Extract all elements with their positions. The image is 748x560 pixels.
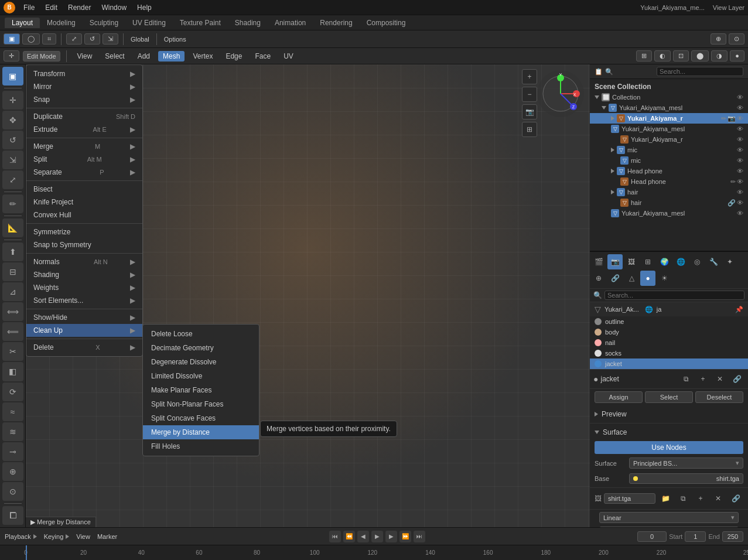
shear-tool[interactable]: ⧠ <box>2 506 23 525</box>
mat-outline[interactable]: outline <box>590 316 748 327</box>
marker-label[interactable]: Marker <box>97 533 117 540</box>
tab-sculpting[interactable]: Sculpting <box>83 18 125 28</box>
wireframe-btn[interactable]: ⊡ <box>673 50 689 62</box>
mat-socks[interactable]: socks <box>590 348 748 358</box>
zoom-in-btn[interactable]: + <box>522 69 537 84</box>
window-menu[interactable]: Window <box>97 2 131 13</box>
randomize-tool[interactable]: ≋ <box>2 422 23 441</box>
outliner-item-headphone[interactable]: ▽ Head phone 👁 <box>590 166 748 176</box>
circle-select-tool[interactable]: ◯ <box>22 33 40 45</box>
zoom-out-btn[interactable]: − <box>522 87 537 102</box>
mesh-knife-project-item[interactable]: Knife Project <box>26 196 142 209</box>
yukari-mesl2-eye[interactable]: 👁 <box>737 125 743 132</box>
outliner-item-hair2[interactable]: ▽ hair 🔗 👁 <box>590 197 748 208</box>
tex-unlink-btn[interactable]: 🔗 <box>728 491 743 506</box>
cleanup-delete-loose[interactable]: Delete Loose <box>143 327 259 341</box>
tex-copy-btn[interactable]: ⧉ <box>675 491 691 506</box>
mat-link-btn[interactable]: 🔗 <box>729 371 744 387</box>
outliner-item-yukari-r[interactable]: ▽ Yukari_Akiyama_r ✏ 📷 👁 <box>590 113 748 124</box>
prev-frame-btn[interactable]: ◀ <box>357 531 369 542</box>
tab-texture-paint[interactable]: Texture Paint <box>173 18 228 28</box>
box-select-tool[interactable]: ▣ <box>4 33 20 45</box>
select-box-tool[interactable]: ▣ <box>2 67 23 86</box>
mesh-extrude-item[interactable]: Extrude Alt E ▶ <box>26 123 142 136</box>
timeline-view-label[interactable]: View <box>76 533 90 540</box>
view-menu-btn[interactable]: View <box>73 51 97 62</box>
mesh-shading-item[interactable]: Shading ▶ <box>26 268 142 281</box>
collection-eye-icon[interactable]: 👁 <box>737 94 743 101</box>
mesh-delete-item[interactable]: Delete X ▶ <box>26 341 142 354</box>
props-material-icon[interactable]: ● <box>640 271 655 286</box>
solid-btn[interactable]: ⬤ <box>691 50 709 62</box>
tab-shading[interactable]: Shading <box>228 18 268 28</box>
viewport[interactable]: User Perspective (0) Yukari_Akiyama_mesh… <box>26 64 590 527</box>
mesh-merge-item[interactable]: Merge M ▶ <box>26 140 142 153</box>
mesh-normals-item[interactable]: Normals Alt N ▶ <box>26 255 142 268</box>
tab-rendering[interactable]: Rendering <box>313 18 359 28</box>
cleanup-limited-dissolve[interactable]: Limited Dissolve <box>143 369 259 383</box>
props-world-icon[interactable]: 🌐 <box>673 254 688 269</box>
mesh-mirror-item[interactable]: Mirror ▶ <box>26 80 142 93</box>
props-particles-icon[interactable]: ✦ <box>722 254 737 269</box>
props-scene-icon[interactable]: 🎬 <box>591 254 606 269</box>
select-mat-btn[interactable]: Select <box>645 391 693 403</box>
mesh-sort-elements-item[interactable]: Sort Elements... ▶ <box>26 294 142 307</box>
push-pull-tool[interactable]: ⊙ <box>2 482 23 501</box>
cleanup-submenu[interactable]: Delete Loose Decimate Geometry Degenerat… <box>142 324 259 456</box>
cleanup-degenerate-dissolve[interactable]: Degenerate Dissolve <box>143 355 259 369</box>
hair2-icons-btn[interactable]: 🔗 <box>727 199 736 207</box>
spin-tool[interactable]: ⟳ <box>2 383 23 401</box>
scale-tool-left[interactable]: ⇲ <box>2 151 23 169</box>
yukari-mesl3-eye[interactable]: 👁 <box>737 210 743 217</box>
props-scene2-icon[interactable]: 🌍 <box>657 254 672 269</box>
mat-jacket[interactable]: jacket <box>590 358 748 369</box>
bevel-tool[interactable]: ⊿ <box>2 282 23 301</box>
rotate-tool-left[interactable]: ↺ <box>2 131 23 149</box>
shrink-fatten-tool[interactable]: ⊕ <box>2 462 23 481</box>
cleanup-split-concave-faces[interactable]: Split Concave Faces <box>143 411 259 425</box>
loop-cut-tool[interactable]: ⟺ <box>2 302 23 321</box>
options-label[interactable]: Options <box>162 36 189 43</box>
vertex-menu-btn[interactable]: Vertex <box>188 51 217 62</box>
proportional-btn[interactable]: ⊙ <box>729 33 744 45</box>
cursor-tool[interactable]: ✛ <box>2 91 23 110</box>
current-frame-input[interactable] <box>637 531 667 542</box>
frame-track[interactable]: 0 20 40 60 80 100 120 140 160 180 200 22… <box>26 545 748 561</box>
outliner-item-mic2[interactable]: ▽ mic 👁 <box>590 155 748 166</box>
poly-build-tool[interactable]: ◧ <box>2 362 23 381</box>
mat-new-btn[interactable]: + <box>695 371 711 387</box>
edge-menu-btn[interactable]: Edge <box>221 51 247 62</box>
global-label[interactable]: Global <box>128 36 152 43</box>
offset-edge-loop-tool[interactable]: ⟸ <box>2 322 23 341</box>
preview-header[interactable]: Preview <box>590 408 748 421</box>
jump-end-btn[interactable]: ⏭ <box>414 531 425 542</box>
base-tex-dropdown[interactable]: shirt.tga <box>629 473 743 484</box>
mesh-bisect-item[interactable]: Bisect <box>26 183 142 196</box>
add-menu-btn[interactable]: Add <box>133 51 155 62</box>
headphone-eye[interactable]: 👁 <box>737 168 743 175</box>
props-object-data-icon[interactable]: △ <box>624 271 639 286</box>
file-menu[interactable]: File <box>19 2 39 13</box>
outliner-item-yukari-mesl3[interactable]: ▽ Yukari_Akiyama_mesl 👁 <box>590 208 748 218</box>
yukari-r-edit-icon[interactable]: ✏ <box>721 115 726 122</box>
yukari-r2-eye[interactable]: 👁 <box>737 136 743 143</box>
transform-tool[interactable]: ⤢ <box>66 33 82 45</box>
mesh-convex-hull-item[interactable]: Convex Hull <box>26 209 142 221</box>
mat-copy-btn[interactable]: ⧉ <box>678 371 694 387</box>
transform-tool-left[interactable]: ⤢ <box>2 170 23 189</box>
next-frame-btn[interactable]: ▶ <box>385 531 397 542</box>
help-menu[interactable]: Help <box>132 2 156 13</box>
play-btn[interactable]: ▶ <box>371 531 383 542</box>
render-btn[interactable]: ● <box>730 50 744 62</box>
mesh-snap-item[interactable]: Snap ▶ <box>26 93 142 106</box>
props-output-icon[interactable]: 🖼 <box>624 254 639 269</box>
tex-browse-btn[interactable]: 📁 <box>658 491 673 506</box>
cleanup-split-non-planar-faces[interactable]: Split Non-Planar Faces <box>143 397 259 411</box>
annotate-tool[interactable]: ✏ <box>2 194 23 213</box>
keying-label[interactable]: Keying <box>44 533 64 540</box>
prev-keyframe-btn[interactable]: ⏪ <box>343 531 355 542</box>
outliner-item-yukari-r2[interactable]: ▽ Yukari_Akiyama_r 👁 <box>590 134 748 145</box>
nav-gizmo[interactable]: X Y Z <box>537 70 584 117</box>
props-modifier-icon[interactable]: 🔧 <box>706 254 721 269</box>
jump-start-btn[interactable]: ⏮ <box>329 531 341 542</box>
